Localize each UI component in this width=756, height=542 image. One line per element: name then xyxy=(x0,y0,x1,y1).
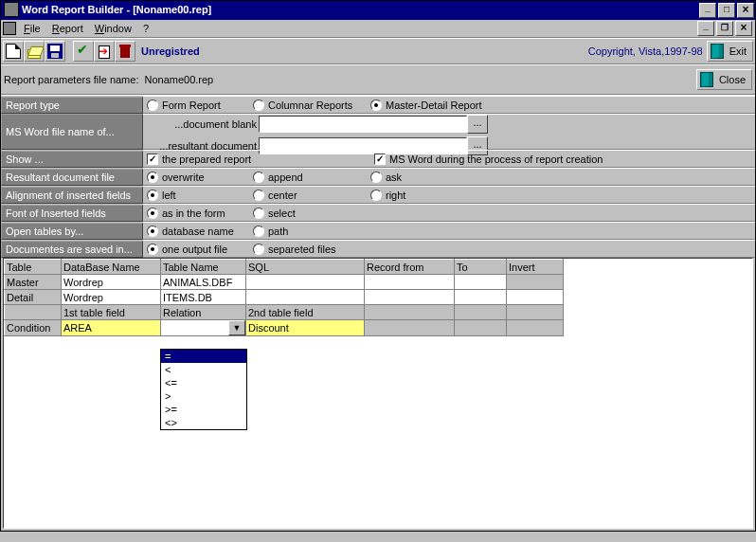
chevron-down-icon[interactable]: ▼ xyxy=(228,320,245,335)
detail-tablename-cell[interactable]: ITEMS.DB xyxy=(161,290,246,305)
goto-button[interactable] xyxy=(94,41,115,62)
master-to-cell[interactable] xyxy=(455,275,507,290)
col-header-to[interactable]: To xyxy=(455,260,507,275)
tables-grid[interactable]: Table DataBase Name Table Name SQL Recor… xyxy=(4,259,564,336)
relation-option-lt[interactable]: < xyxy=(161,363,246,376)
alignment-label: Alignment of inserted fields xyxy=(1,187,143,204)
radio-open-path[interactable]: path xyxy=(249,226,363,237)
delete-button[interactable] xyxy=(115,41,135,62)
copyright-label: Copyright, Vista,1997-98 xyxy=(588,45,707,57)
apply-button[interactable] xyxy=(73,41,94,62)
menu-help[interactable]: ? xyxy=(139,22,156,35)
master-db-cell[interactable]: Wordrep xyxy=(62,275,161,290)
detail-sql-cell[interactable] xyxy=(246,290,365,305)
detail-recordfrom-cell[interactable] xyxy=(365,290,455,305)
tables-grid-area: Table DataBase Name Table Name SQL Recor… xyxy=(3,258,753,529)
col-header-recordfrom[interactable]: Record from xyxy=(365,260,455,275)
close-panel-button[interactable]: Close xyxy=(696,69,752,90)
relation-value xyxy=(161,320,228,335)
close-button[interactable] xyxy=(737,3,754,18)
radio-font-asinform[interactable]: as in the form xyxy=(143,208,245,219)
master-recordfrom-cell[interactable] xyxy=(365,275,455,290)
toolbar: Unregistred Copyright, Vista,1997-98 Exi… xyxy=(1,38,755,64)
subheader-cell xyxy=(365,305,455,320)
radio-align-center[interactable]: center xyxy=(249,190,363,201)
params-bar: Report parameters file name: Noname00.re… xyxy=(1,64,755,95)
exit-door-icon xyxy=(711,44,726,59)
mdi-close-button[interactable] xyxy=(735,21,752,36)
radio-columnar-reports[interactable]: Columnar Reports xyxy=(249,99,363,111)
minimize-button[interactable] xyxy=(699,3,716,18)
font-label: Font of Inserted fields xyxy=(1,205,143,222)
radio-open-dbname[interactable]: database name xyxy=(143,226,245,237)
condition-first-field-cell[interactable]: AREA xyxy=(62,320,161,336)
col-header-second-field[interactable]: 2nd table field xyxy=(246,305,365,320)
master-tablename-cell[interactable]: ANIMALS.DBF xyxy=(161,275,246,290)
radio-overwrite[interactable]: overwrite xyxy=(143,172,245,183)
radio-separated-files[interactable]: separeted files xyxy=(249,244,363,255)
mdi-restore-button[interactable] xyxy=(716,21,733,36)
save-button[interactable] xyxy=(45,41,65,62)
condition-relation-combo[interactable]: ▼ xyxy=(161,320,246,336)
menu-window-label: indow xyxy=(104,23,132,34)
subheader-cell xyxy=(455,305,507,320)
master-invert-cell[interactable] xyxy=(507,275,564,290)
menu-window[interactable]: Window xyxy=(91,22,139,35)
document-blank-input[interactable] xyxy=(259,116,467,133)
relation-option-le[interactable]: <= xyxy=(161,376,246,389)
menu-file[interactable]: File xyxy=(20,22,48,35)
radio-font-select[interactable]: select xyxy=(249,208,363,219)
col-header-sql[interactable]: SQL xyxy=(246,260,365,275)
detail-db-cell[interactable]: Wordrep xyxy=(62,290,161,305)
save-disk-icon xyxy=(47,44,63,59)
report-type-label: Report type xyxy=(1,97,143,114)
params-file-value: Noname00.rep xyxy=(144,74,213,85)
relation-option-ne[interactable]: <> xyxy=(161,416,246,429)
col-header-invert[interactable]: Invert xyxy=(507,260,564,275)
unregistered-label: Unregistred xyxy=(141,45,200,57)
subheader-cell xyxy=(507,305,564,320)
relation-option-eq[interactable]: = xyxy=(161,350,246,363)
title-bar: Word Report Builder - [Noname00.rep] xyxy=(1,1,755,20)
radio-form-report[interactable]: Form Report xyxy=(143,99,245,111)
row-master-label: Master xyxy=(5,275,62,290)
menu-report[interactable]: Report xyxy=(48,22,91,35)
mdi-doc-icon[interactable] xyxy=(3,22,16,35)
grid-header-row: Table DataBase Name Table Name SQL Recor… xyxy=(5,260,564,275)
condition-cell xyxy=(507,320,564,336)
new-button[interactable] xyxy=(3,41,24,62)
radio-align-right[interactable]: right xyxy=(367,190,409,201)
radio-master-detail[interactable]: Master-Detail Report xyxy=(367,99,485,111)
col-header-tablename[interactable]: Table Name xyxy=(161,260,246,275)
resultant-file-label: Resultant document file xyxy=(1,169,143,186)
col-header-table[interactable]: Table xyxy=(5,260,62,275)
detail-to-cell[interactable] xyxy=(455,290,507,305)
col-header-first-field[interactable]: 1st table field xyxy=(62,305,161,320)
open-button[interactable] xyxy=(24,41,45,62)
check-prepared-report[interactable]: the prepared report xyxy=(143,154,367,165)
maximize-button[interactable] xyxy=(718,3,735,18)
radio-ask[interactable]: ask xyxy=(367,172,405,183)
exit-button[interactable]: Exit xyxy=(707,41,753,62)
radio-one-output[interactable]: one output file xyxy=(143,244,245,255)
radio-align-left[interactable]: left xyxy=(143,190,245,201)
show-label: Show ... xyxy=(1,151,143,168)
relation-option-ge[interactable]: >= xyxy=(161,403,246,416)
browse-blank-button[interactable]: ... xyxy=(467,115,488,134)
relation-dropdown[interactable]: = < <= > >= <> xyxy=(160,349,247,430)
radio-append[interactable]: append xyxy=(249,172,363,183)
menu-file-label: ile xyxy=(30,23,41,34)
documents-saved-label: Documentes are saved in... xyxy=(1,241,143,258)
master-sql-cell[interactable] xyxy=(246,275,365,290)
col-header-database[interactable]: DataBase Name xyxy=(62,260,161,275)
check-msword-during[interactable]: MS Word during the process of report cre… xyxy=(370,154,606,165)
condition-second-field-cell[interactable]: Discount xyxy=(246,320,365,336)
new-icon xyxy=(6,44,21,59)
relation-option-gt[interactable]: > xyxy=(161,389,246,403)
detail-invert-cell[interactable] xyxy=(507,290,564,305)
params-file-label: Report parameters file name: xyxy=(4,74,138,85)
close-door-icon xyxy=(700,72,715,87)
mdi-minimize-button[interactable] xyxy=(697,21,714,36)
col-header-relation[interactable]: Relation xyxy=(161,305,246,320)
row-detail-label: Detail xyxy=(5,290,62,305)
